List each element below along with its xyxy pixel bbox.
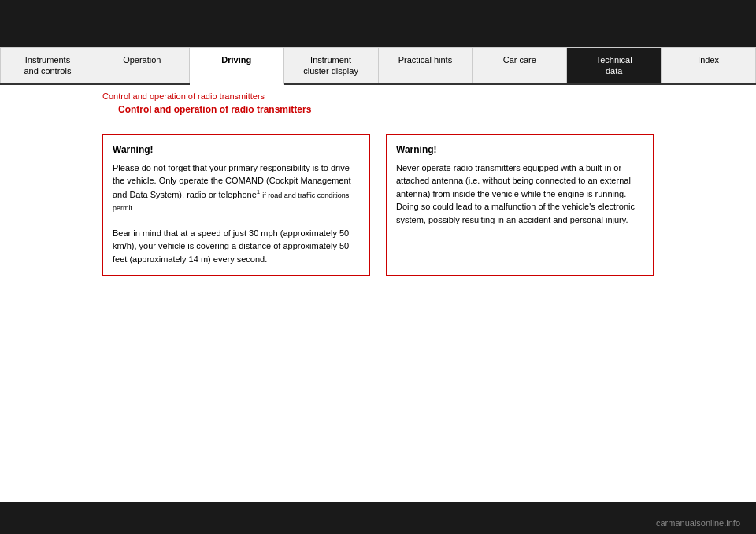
tab-practical-hints[interactable]: Practical hints	[379, 47, 473, 83]
warning-title-right: Warning!	[396, 144, 643, 155]
nav-tabs: Instrumentsand controls Operation Drivin…	[0, 47, 756, 85]
warning-text-right: Never operate radio transmitters equippe…	[396, 161, 643, 227]
breadcrumb-area: Control and operation of radio transmitt…	[0, 85, 756, 118]
breadcrumb-title: Control and operation of radio transmitt…	[102, 91, 654, 101]
warning-text-left: Please do not forget that your primary r…	[113, 161, 360, 266]
content-area: Warning! Please do not forget that your …	[0, 118, 756, 292]
warning-box-right: Warning! Never operate radio transmitter…	[386, 134, 654, 276]
tab-operation[interactable]: Operation	[95, 47, 190, 83]
warning-box-left: Warning! Please do not forget that your …	[102, 134, 370, 276]
tab-technical-data[interactable]: Technicaldata	[567, 47, 662, 83]
top-bar	[0, 0, 756, 47]
tab-instruments[interactable]: Instrumentsand controls	[0, 47, 95, 83]
bottom-bar: carmanualsonline.info	[0, 502, 756, 534]
tab-index[interactable]: Index	[662, 47, 756, 83]
tab-car-care[interactable]: Car care	[472, 47, 567, 83]
tab-driving[interactable]: Driving	[190, 47, 284, 85]
breadcrumb-subtitle: Control and operation of radio transmitt…	[102, 104, 654, 115]
warning-title-left: Warning!	[113, 144, 360, 155]
tab-instrument-cluster[interactable]: Instrumentcluster display	[284, 47, 379, 83]
watermark: carmanualsonline.info	[656, 518, 740, 528]
